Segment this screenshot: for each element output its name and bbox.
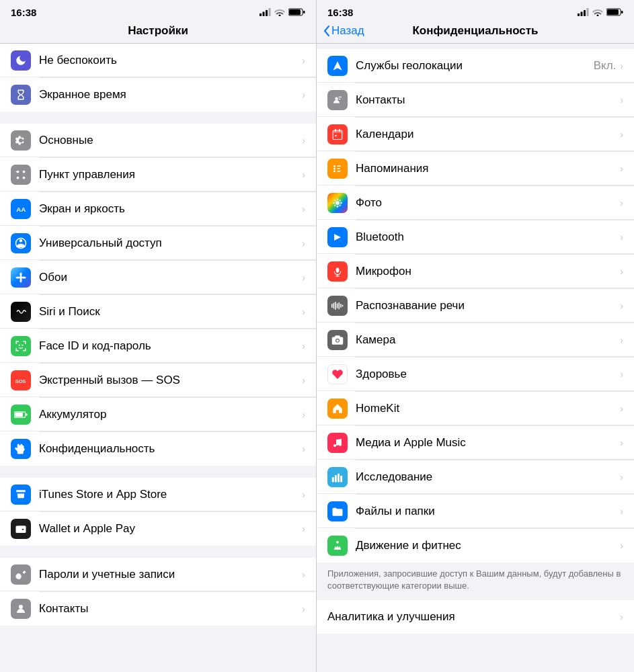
svg-point-73	[339, 443, 342, 446]
speech-label: Распознавание речи	[356, 299, 620, 312]
siri-label: Siri и Поиск	[39, 305, 302, 319]
row-health[interactable]: Здоровье ›	[317, 358, 634, 391]
row-calendars[interactable]: Календари ›	[317, 118, 634, 151]
row-battery[interactable]: Аккумулятор ›	[0, 398, 316, 431]
row-reminders[interactable]: Напоминания ›	[317, 152, 634, 185]
left-status-icons	[260, 8, 305, 16]
row-general[interactable]: Основные ›	[0, 124, 316, 157]
row-display[interactable]: AA Экран и яркость ›	[0, 192, 316, 226]
sos-label: Экстренный вызов — SOS	[39, 374, 302, 387]
wallpaper-label: Обои	[39, 271, 302, 284]
wallet-label: Wallet и Apple Pay	[39, 522, 302, 536]
gear-icon	[15, 134, 27, 146]
controls-icon	[15, 169, 27, 181]
right-panel: 16:38 Назад	[317, 0, 634, 672]
row-camera[interactable]: Камера ›	[317, 323, 634, 357]
contacts-label: Контакты	[39, 602, 302, 616]
svg-point-17	[20, 278, 22, 282]
display-label: Экран и яркость	[39, 202, 302, 216]
row-speech[interactable]: Распознавание речи ›	[317, 289, 634, 323]
research-icon	[327, 467, 348, 487]
do-not-disturb-chevron: ›	[302, 55, 305, 66]
row-wallet[interactable]: Wallet и Apple Pay ›	[0, 512, 316, 546]
svg-rect-38	[339, 96, 342, 97]
calendar-icon	[331, 128, 344, 140]
gap-3	[0, 546, 316, 558]
right-scroll[interactable]: Службы геолокации Вкл. › Контакты ›	[317, 49, 634, 672]
flower-icon	[15, 271, 27, 284]
svg-point-46	[333, 167, 335, 169]
right-time: 16:38	[327, 7, 353, 18]
svg-point-13	[19, 239, 23, 243]
row-do-not-disturb[interactable]: Не беспокоить ›	[0, 44, 316, 77]
camera-svg-icon	[331, 335, 344, 345]
right-bottom-gap	[317, 634, 634, 646]
do-not-disturb-label: Не беспокоить	[39, 54, 302, 67]
row-privacy[interactable]: Конфиденциальность ›	[0, 432, 316, 466]
svg-point-20	[19, 344, 20, 345]
row-files[interactable]: Файлы и папки ›	[317, 495, 634, 528]
svg-point-37	[335, 97, 338, 100]
do-not-disturb-icon	[11, 50, 31, 71]
svg-point-59	[339, 204, 341, 206]
passwords-icon	[11, 564, 31, 585]
row-microphone[interactable]: Микрофон ›	[317, 255, 634, 288]
svg-rect-30	[578, 13, 580, 16]
photos-icon	[327, 193, 348, 213]
heart-icon	[331, 368, 344, 380]
brightness-icon: AA	[15, 203, 27, 215]
row-location[interactable]: Службы геолокации Вкл. ›	[317, 49, 634, 83]
svg-point-21	[22, 344, 23, 345]
svg-rect-75	[335, 475, 337, 482]
svg-point-53	[337, 205, 339, 207]
screen-time-chevron: ›	[302, 89, 305, 100]
right-wifi-icon	[592, 8, 603, 16]
left-time: 16:38	[11, 7, 36, 18]
svg-point-19	[22, 276, 26, 278]
row-bluetooth[interactable]: Bluetooth ›	[317, 220, 634, 254]
row-screen-time[interactable]: Экранное время ›	[0, 78, 316, 112]
bluetooth-icon	[327, 227, 348, 247]
music-note-icon	[332, 437, 343, 449]
row-wallpaper[interactable]: Обои ›	[0, 261, 316, 294]
row-siri[interactable]: Siri и Поиск ›	[0, 295, 316, 329]
row-media[interactable]: Медиа и Apple Music ›	[317, 426, 634, 460]
left-scroll[interactable]: Не беспокоить › Экранное время ›	[0, 44, 316, 672]
svg-rect-74	[332, 477, 334, 482]
svg-rect-69	[342, 304, 344, 306]
svg-rect-1	[263, 12, 265, 17]
svg-rect-2	[266, 10, 268, 16]
contact-card-icon	[331, 94, 344, 106]
svg-rect-49	[337, 168, 340, 169]
siri-wave-icon	[15, 306, 27, 318]
back-button[interactable]: Назад	[323, 24, 364, 38]
row-itunes[interactable]: iTunes Store и App Store ›	[0, 478, 316, 511]
svg-rect-67	[339, 302, 340, 309]
svg-point-57	[339, 199, 341, 201]
control-center-label: Пункт управления	[39, 168, 302, 181]
row-contacts-privacy[interactable]: Контакты ›	[317, 83, 634, 117]
row-analytics[interactable]: Аналитика и улучшения ›	[317, 600, 634, 634]
svg-rect-3	[269, 8, 271, 16]
svg-point-71	[336, 339, 339, 341]
row-contacts[interactable]: Контакты ›	[0, 592, 316, 626]
row-control-center[interactable]: Пункт управления ›	[0, 158, 316, 192]
svg-point-58	[334, 204, 336, 206]
battery-icon	[288, 8, 305, 16]
row-passwords[interactable]: Пароли и учетные записи ›	[0, 558, 316, 591]
row-homekit[interactable]: HomeKit ›	[317, 392, 634, 425]
row-motion[interactable]: Движение и фитнес ›	[317, 529, 634, 562]
calendars-icon	[327, 124, 348, 144]
privacy-label: Конфиденциальность	[39, 442, 302, 456]
row-faceid[interactable]: Face ID и код-пароль ›	[0, 329, 316, 363]
row-accessibility[interactable]: Универсальный доступ ›	[0, 226, 316, 260]
wallet-svg-icon	[15, 523, 27, 535]
back-chevron-icon	[323, 26, 330, 36]
row-sos[interactable]: SOS Экстренный вызов — SOS ›	[0, 364, 316, 397]
svg-rect-41	[333, 130, 342, 133]
homekit-icon	[327, 398, 348, 419]
row-research[interactable]: Исследование ›	[317, 460, 634, 494]
svg-point-16	[20, 272, 22, 276]
svg-rect-0	[260, 13, 262, 16]
row-photos[interactable]: Фото ›	[317, 186, 634, 220]
